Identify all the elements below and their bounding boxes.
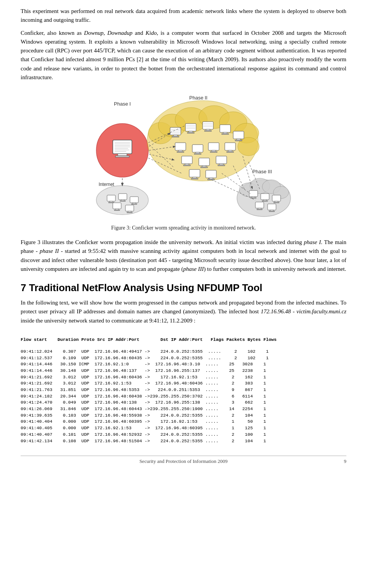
svg-rect-104 — [125, 205, 134, 211]
svg-rect-82 — [272, 195, 281, 201]
svg-rect-86 — [258, 208, 261, 209]
svg-rect-56 — [182, 156, 192, 164]
network-diagram: Phase I Phase II Phase III Internet — [73, 91, 294, 221]
svg-rect-33 — [206, 129, 210, 130]
svg-rect-101 — [113, 203, 121, 209]
svg-rect-38 — [220, 125, 231, 132]
code-row: 09:41:24.182 20.344 UDP 172.16.96.48:604… — [21, 393, 346, 400]
svg-rect-60 — [202, 166, 206, 167]
svg-rect-21 — [172, 136, 179, 137]
svg-rect-46 — [177, 151, 184, 153]
svg-rect-62 — [216, 156, 227, 164]
page-number: 9 — [344, 458, 347, 464]
code-row: 09:41:26.069 31.846 UDP 172.16.96.48:604… — [21, 406, 346, 412]
internet-label: Internet — [99, 182, 114, 187]
svg-rect-80 — [263, 200, 266, 201]
svg-rect-83 — [275, 201, 278, 202]
svg-rect-98 — [130, 197, 138, 203]
svg-rect-59 — [199, 158, 209, 166]
svg-rect-48 — [196, 152, 200, 153]
svg-rect-47 — [192, 145, 203, 152]
svg-rect-93 — [110, 201, 113, 202]
svg-rect-88 — [268, 204, 276, 210]
svg-rect-63 — [219, 164, 223, 165]
code-row: 09:41:14.446 30.150 ICMP 172.16.92.1:0 -… — [21, 361, 346, 368]
code-row: 09:41:21.692 3.012 UDP 172.16.96.48:6043… — [21, 374, 346, 381]
svg-rect-32 — [203, 122, 213, 129]
svg-rect-70 — [208, 179, 214, 180]
svg-rect-43 — [235, 140, 242, 141]
conficker-paragraph: Conficker, also known as Downup, Downadu… — [21, 29, 346, 82]
svg-rect-57 — [185, 164, 189, 165]
phase2-label: Phase II — [189, 95, 208, 101]
svg-rect-84 — [274, 202, 279, 203]
svg-rect-76 — [249, 191, 258, 197]
svg-rect-64 — [218, 165, 225, 166]
svg-rect-85 — [255, 202, 264, 208]
svg-rect-97 — [120, 201, 125, 202]
figure3-caption: Figure 3: Conficker worm spreading activ… — [111, 225, 256, 231]
svg-rect-89 — [270, 210, 273, 211]
svg-rect-51 — [212, 150, 216, 151]
footer-text: Security and Protection of Information 2… — [140, 458, 228, 464]
figure3-container: Phase I Phase II Phase III Internet — [21, 91, 346, 231]
svg-rect-66 — [193, 177, 196, 178]
svg-rect-50 — [208, 143, 219, 150]
svg-rect-95 — [119, 194, 127, 200]
intro-paragraph: This experiment was performed on real ne… — [21, 7, 346, 25]
svg-rect-77 — [252, 197, 255, 198]
code-row: 09:41:40.407 0.101 UDP 172.16.96.48:5293… — [21, 432, 346, 438]
svg-rect-68 — [206, 170, 216, 178]
svg-rect-42 — [237, 139, 240, 140]
svg-rect-52 — [210, 151, 217, 153]
conficker-text-1: Conficker, also known as Downup, Downadu… — [21, 30, 346, 80]
svg-rect-20 — [174, 135, 177, 136]
svg-rect-102 — [115, 209, 119, 210]
svg-rect-65 — [189, 169, 200, 177]
svg-rect-96 — [121, 200, 124, 201]
code-row: 09:41:21.692 3.012 UDP 172.16.92.1:53 ->… — [21, 380, 346, 387]
section7-heading: 7 Traditional NetFlow Analysis Using NFD… — [21, 282, 346, 294]
svg-rect-78 — [251, 198, 256, 199]
svg-rect-34 — [205, 130, 211, 132]
svg-rect-44 — [175, 143, 186, 150]
svg-rect-58 — [184, 165, 190, 166]
section7-paragraph: In the following text, we will show how … — [21, 298, 346, 325]
phase3-label: Phase III — [252, 169, 272, 174]
svg-rect-2 — [118, 154, 127, 156]
code-row: 09:41:40.405 0.000 UDP 172.16.92.1:53 ->… — [21, 425, 346, 432]
svg-rect-79 — [261, 194, 269, 200]
code-row: 09:41:42.134 0.108 UDP 172.16.96.48:5150… — [21, 438, 346, 445]
svg-rect-26 — [185, 124, 196, 131]
svg-rect-55 — [227, 151, 234, 153]
svg-rect-61 — [201, 167, 208, 168]
svg-rect-3 — [115, 156, 129, 157]
svg-rect-106 — [127, 212, 132, 213]
code-row: 09:41:14.446 30.148 UDP 172.16.96.48:137… — [21, 368, 346, 374]
svg-rect-87 — [257, 209, 262, 210]
svg-rect-99 — [133, 203, 136, 204]
figure3-paragraph1: Figure 3 illustrates the Conficker worm … — [21, 238, 346, 274]
svg-rect-49 — [194, 153, 201, 155]
code-row: 09:41:21.763 31.851 UDP 172.16.96.48:535… — [21, 387, 346, 393]
phase1-label: Phase I — [114, 101, 131, 107]
code-row: 09:41:40.404 0.000 UDP 172.16.96.48:6039… — [21, 419, 346, 425]
svg-rect-40 — [222, 134, 229, 135]
svg-rect-41 — [233, 131, 244, 139]
svg-rect-81 — [262, 201, 268, 202]
svg-rect-67 — [191, 178, 198, 179]
svg-rect-90 — [269, 211, 274, 212]
svg-rect-53 — [225, 143, 235, 150]
page-footer: Security and Protection of Information 2… — [21, 456, 346, 464]
code-row: 09:41:12.024 0.307 UDP 172.16.96.48:4941… — [21, 349, 346, 355]
svg-rect-100 — [132, 204, 137, 205]
code-data: 09:41:12.024 0.307 UDP 172.16.96.48:4941… — [21, 349, 346, 444]
code-row: 09:41:12.537 0.109 UDP 172.16.96.48:6043… — [21, 355, 346, 362]
svg-rect-27 — [189, 131, 193, 132]
svg-rect-54 — [228, 150, 232, 151]
code-row: 09:41:24.470 0.049 UDP 172.16.96.48:138 … — [21, 399, 346, 406]
svg-rect-103 — [114, 210, 120, 211]
code-row: 09:41:39.635 0.103 UDP 172.16.96.48:5593… — [21, 412, 346, 419]
svg-rect-105 — [128, 211, 131, 212]
code-block: Flow start Duration Proto Src IP Addr:Po… — [21, 331, 346, 343]
